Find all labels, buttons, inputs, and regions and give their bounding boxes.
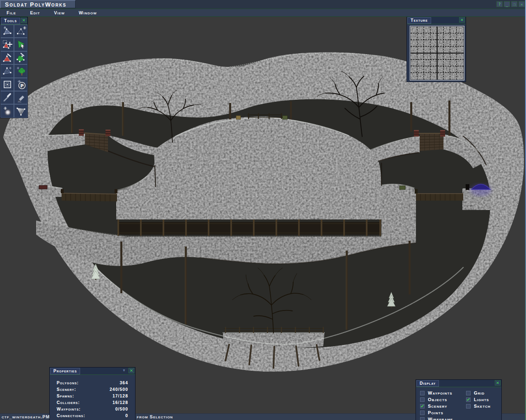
checkbox-wireframe[interactable]	[420, 417, 425, 420]
depth-polygon-icon	[2, 66, 13, 76]
tool-spawn-points[interactable]: P	[14, 78, 28, 91]
scenery-tree-icon	[16, 66, 26, 76]
menu-file[interactable]: File	[7, 10, 16, 15]
tool-move[interactable]	[0, 25, 14, 38]
move-polygon-icon	[2, 26, 13, 37]
tools-close-button[interactable]: ✕	[21, 18, 27, 23]
property-row-spawns: Spawns: 17/128	[57, 393, 128, 400]
svg-text:P: P	[20, 83, 23, 88]
light-icon	[2, 106, 13, 116]
properties-close-button[interactable]: ✕	[129, 368, 134, 373]
close-button[interactable]: ✕	[519, 1, 525, 7]
transform-cursor-icon	[16, 39, 26, 50]
checkbox-sketch[interactable]	[466, 404, 471, 409]
collider-icon	[2, 79, 13, 90]
scenery-value: 240/500	[110, 387, 128, 393]
collapse-button[interactable]: ▼	[121, 368, 127, 373]
texture-panel-titlebar[interactable]: Texture ✕	[407, 17, 466, 24]
tool-colliders[interactable]	[0, 78, 14, 91]
properties-panel: Properties ▼ ✕ Polygons: 364 Scenery: 24…	[49, 367, 136, 420]
titlebar[interactable]: Soldat PolyWorks ? _ ❐ ✕	[0, 0, 526, 9]
display-option-waypoints: Waypoints	[420, 390, 453, 396]
tool-color-picker[interactable]	[0, 91, 14, 104]
shade-polygon-icon	[16, 106, 26, 116]
display-option-lights: Lights	[466, 396, 491, 403]
display-option-objects: Objects	[420, 396, 453, 403]
tools-panel: Tools ✕	[0, 17, 28, 118]
tool-create-polygons[interactable]	[0, 51, 14, 64]
properties-panel-title: Properties	[50, 368, 80, 374]
select-vertices-icon	[16, 26, 26, 37]
menu-window[interactable]: Window	[79, 10, 97, 15]
checkbox-points[interactable]	[420, 411, 425, 415]
tool-knife[interactable]	[14, 51, 28, 64]
tool-crayon[interactable]	[14, 91, 28, 104]
eyedropper-icon	[2, 92, 13, 103]
checkbox-lights[interactable]	[466, 397, 471, 402]
spawn-point-icon: P	[16, 79, 26, 90]
menu-edit[interactable]: Edit	[30, 10, 40, 15]
texture-close-button[interactable]: ✕	[459, 17, 465, 23]
property-row-polygons: Polygons: 364	[57, 380, 128, 387]
app-window: Soldat PolyWorks ? _ ❐ ✕ File Edit View …	[0, 0, 526, 420]
polygons-value: 364	[119, 380, 128, 387]
checkbox-scenery[interactable]	[420, 404, 425, 409]
tool-depth-map[interactable]	[0, 64, 14, 78]
waypoints-value: 0/500	[115, 406, 128, 413]
menu-view[interactable]: View	[54, 10, 64, 15]
display-option-points: Points	[420, 409, 453, 416]
knife-polygon-icon	[16, 52, 26, 63]
display-panel-title: Display	[416, 380, 439, 387]
display-option-wireframe: Wireframe	[420, 416, 453, 420]
status-message: from Selection	[137, 414, 173, 420]
texture-panel: Texture ✕	[407, 16, 466, 82]
app-title: Soldat PolyWorks	[0, 0, 76, 8]
spawns-value: 17/128	[113, 393, 128, 400]
property-row-waypoints: Waypoints: 0/500	[57, 406, 128, 413]
display-panel-titlebar[interactable]: Display ✕	[416, 380, 501, 387]
create-polygon-icon	[2, 52, 13, 63]
menubar: File Edit View Window	[0, 9, 526, 17]
help-button[interactable]: ?	[496, 1, 503, 7]
display-option-grid: Grid	[466, 390, 491, 396]
tool-select-vertices[interactable]	[14, 25, 28, 38]
tool-select-polygons[interactable]	[0, 38, 14, 51]
connections-value: 0	[125, 413, 128, 420]
purple-arch	[470, 184, 492, 196]
checkbox-waypoints[interactable]	[420, 391, 425, 395]
display-option-scenery: Scenery	[420, 403, 453, 409]
colliders-value: 16/128	[113, 400, 128, 406]
mid-fence	[117, 219, 381, 236]
checkbox-objects[interactable]	[420, 397, 425, 402]
pencil-icon	[16, 92, 26, 103]
texture-preview[interactable]	[410, 26, 464, 80]
display-panel: Display ✕ Waypoints Objects Scenery Poin…	[416, 379, 502, 420]
status-filename: ctf_winterdeath.PM	[2, 414, 50, 420]
property-row-scenery: Scenery: 240/500	[57, 387, 128, 393]
property-row-colliders: Colliders: 16/128	[57, 400, 128, 406]
texture-panel-title: Texture	[407, 17, 431, 24]
tool-shading[interactable]	[14, 104, 28, 117]
maximize-button[interactable]: ❐	[511, 1, 517, 7]
tool-scenery[interactable]	[14, 64, 28, 78]
properties-panel-titlebar[interactable]: Properties ▼ ✕	[50, 368, 135, 375]
display-option-sketch: Sketch	[466, 403, 491, 409]
tool-lighting[interactable]	[0, 104, 14, 117]
tools-panel-title: Tools	[1, 18, 20, 24]
minimize-button[interactable]: _	[504, 1, 510, 7]
display-close-button[interactable]: ✕	[495, 380, 501, 386]
property-row-connections: Connections: 0	[57, 413, 128, 420]
tool-transform[interactable]	[14, 38, 28, 51]
select-polygon-icon	[2, 39, 13, 50]
tools-panel-titlebar[interactable]: Tools ✕	[0, 17, 28, 25]
checkbox-grid[interactable]	[466, 391, 471, 395]
